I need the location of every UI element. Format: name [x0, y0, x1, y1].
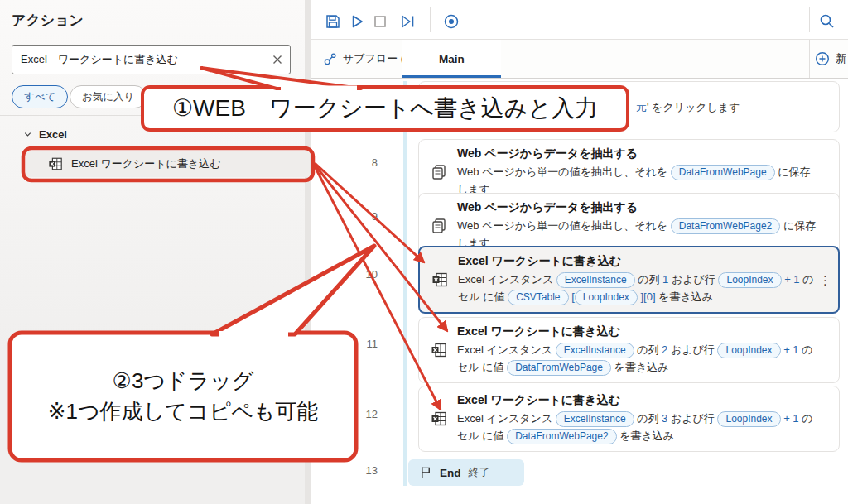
excel-action-icon	[431, 342, 447, 358]
end-row-suffix: 終了	[469, 465, 490, 480]
new-subflow-label: 新	[836, 51, 846, 66]
action-title: Excel ワークシートに書き込む	[457, 324, 817, 339]
row-number: 8	[341, 156, 378, 169]
new-subflow-button[interactable]: 新	[815, 40, 846, 78]
text-segment: の列	[635, 273, 663, 286]
actions-panel: アクション Excel ワークシートに書き込む すべて お気に入り Excel …	[0, 0, 305, 504]
plus-circle-icon	[815, 51, 830, 66]
filter-favorites-button[interactable]: お気に入り	[70, 85, 147, 108]
row-number-divider	[388, 79, 388, 504]
save-icon[interactable]	[324, 12, 342, 31]
loop-indent-guide	[403, 81, 407, 486]
variable-pill: LoopIndex	[717, 343, 780, 358]
text-segment: および行	[668, 273, 718, 286]
flow-row-10[interactable]: Excel ワークシートに書き込むExcel インスタンス ExcelInsta…	[418, 246, 840, 314]
text-segment: を書き込み	[656, 290, 714, 303]
action-text: Excel ワークシートに書き込むExcel インスタンス ExcelInsta…	[458, 254, 817, 305]
action-description: Excel インスタンス ExcelInstance の列 2 および行 Loo…	[457, 341, 817, 376]
flow-row-12[interactable]: Excel ワークシートに書き込むExcel インスタンス ExcelInsta…	[418, 386, 840, 452]
variable-pill: ExcelInstance	[556, 272, 635, 288]
action-search-value: Excel ワークシートに書き込む	[21, 52, 272, 67]
action-text: Web ページからデータを抽出するWeb ページから単一の値を抽出し、それを D…	[457, 146, 817, 198]
tree-group-excel[interactable]: Excel	[23, 128, 67, 141]
tab-main-label: Main	[439, 53, 465, 65]
web-extract-icon	[431, 164, 447, 180]
text-segment: および行	[667, 412, 717, 425]
action-text: Excel ワークシートに書き込むExcel インスタンス ExcelInsta…	[457, 393, 817, 444]
filter-all-button[interactable]: すべて	[12, 85, 68, 108]
chevron-down-icon	[23, 130, 32, 139]
flow-row-partial[interactable]: 元' をクリックします	[418, 81, 840, 132]
value-segment: [	[569, 290, 575, 303]
variable-pill: DataFromWebPage2	[671, 218, 781, 234]
panel-divider	[0, 115, 305, 116]
text-segment: の列	[634, 412, 662, 425]
tree-item-excel-write[interactable]: Excel ワークシートに書き込む	[26, 151, 310, 177]
search-icon[interactable]	[818, 12, 836, 31]
tree-group-label: Excel	[39, 128, 67, 141]
text-segment: および行	[667, 343, 717, 356]
action-description: Excel インスタンス ExcelInstance の列 3 および行 Loo…	[457, 410, 817, 444]
step-over-icon[interactable]	[398, 12, 417, 31]
variable-pill: LoopIndex	[718, 272, 781, 288]
run-icon[interactable]	[348, 12, 366, 31]
tab-divider-right	[809, 40, 810, 78]
actions-panel-title: アクション	[12, 11, 84, 30]
designer-toolbar	[311, 0, 848, 40]
excel-action-icon	[431, 410, 447, 427]
text-segment: を書き込み	[611, 361, 669, 373]
variable-pill: ExcelInstance	[556, 411, 634, 427]
action-title: Web ページからデータを抽出する	[457, 146, 817, 161]
tab-main[interactable]: Main	[402, 40, 501, 78]
value-segment: 元	[636, 101, 647, 113]
value-segment: + 1	[781, 412, 799, 425]
subflow-tab-bar: サブフロー (1) Main 新	[311, 40, 848, 79]
row-number: 11	[341, 338, 378, 350]
text-segment: Web ページから単一の値を抽出し、それを	[457, 219, 671, 232]
value-segment: + 1	[781, 343, 799, 356]
power-automate-desktop-window: アクション Excel ワークシートに書き込む すべて お気に入り Excel …	[0, 0, 848, 504]
variable-pill: DataFromWebPage2	[507, 429, 617, 444]
text-segment: Web ページから単一の値を抽出し、それを	[457, 166, 671, 178]
end-row-title: End	[440, 467, 461, 479]
more-options-icon[interactable]: ⋮	[819, 275, 831, 286]
text-segment: Excel インスタンス	[457, 343, 556, 356]
text-segment: ' をクリックします	[647, 101, 740, 113]
row-number: 13	[341, 464, 378, 477]
variable-pill: ExcelInstance	[556, 343, 634, 358]
variable-pill: DataFromWebPage	[671, 165, 775, 180]
action-search-input[interactable]: Excel ワークシートに書き込む	[12, 45, 291, 74]
flow-row-11[interactable]: Excel ワークシートに書き込むExcel インスタンス ExcelInsta…	[418, 317, 840, 383]
action-title: Web ページからデータを抽出する	[457, 200, 817, 215]
variable-pill: DataFromWebPage	[507, 360, 611, 376]
variable-pill: CSVTable	[508, 290, 568, 305]
web-extract-icon	[431, 218, 447, 234]
variable-pill: LoopIndex	[575, 290, 638, 305]
text-segment: Excel インスタンス	[457, 412, 556, 425]
active-tab-underline	[402, 75, 501, 78]
subflow-icon	[323, 52, 337, 66]
close-icon[interactable]	[272, 54, 283, 65]
toolbar-divider-right	[809, 7, 810, 32]
value-segment: ][0]	[638, 290, 656, 303]
tree-item-label: Excel ワークシートに書き込む	[71, 156, 221, 171]
action-description: 元' をクリックします	[636, 100, 740, 115]
action-text: Excel ワークシートに書き込むExcel インスタンス ExcelInsta…	[457, 324, 817, 376]
row-number: 12	[341, 408, 378, 420]
action-description: Excel インスタンス ExcelInstance の列 1 および行 Loo…	[458, 271, 817, 305]
text-segment: を書き込み	[617, 430, 675, 442]
action-title: Excel ワークシートに書き込む	[457, 393, 817, 408]
flow-row-end[interactable]: End 終了	[408, 459, 524, 486]
stop-icon[interactable]	[371, 12, 389, 31]
row-number: 10	[341, 268, 378, 281]
action-title: Excel ワークシートに書き込む	[458, 254, 817, 269]
excel-action-icon	[431, 271, 448, 288]
text-segment: Excel インスタンス	[458, 273, 556, 286]
value-segment: + 1	[782, 273, 800, 286]
flag-icon	[420, 466, 432, 479]
excel-action-icon	[48, 156, 63, 171]
record-icon[interactable]	[442, 12, 460, 31]
toolbar-divider	[430, 7, 431, 32]
flow-designer-pane: サブフロー (1) Main 新 89101112元' をクリックします	[311, 0, 848, 504]
action-text: Web ページからデータを抽出するWeb ページから単一の値を抽出し、それを D…	[457, 200, 817, 252]
